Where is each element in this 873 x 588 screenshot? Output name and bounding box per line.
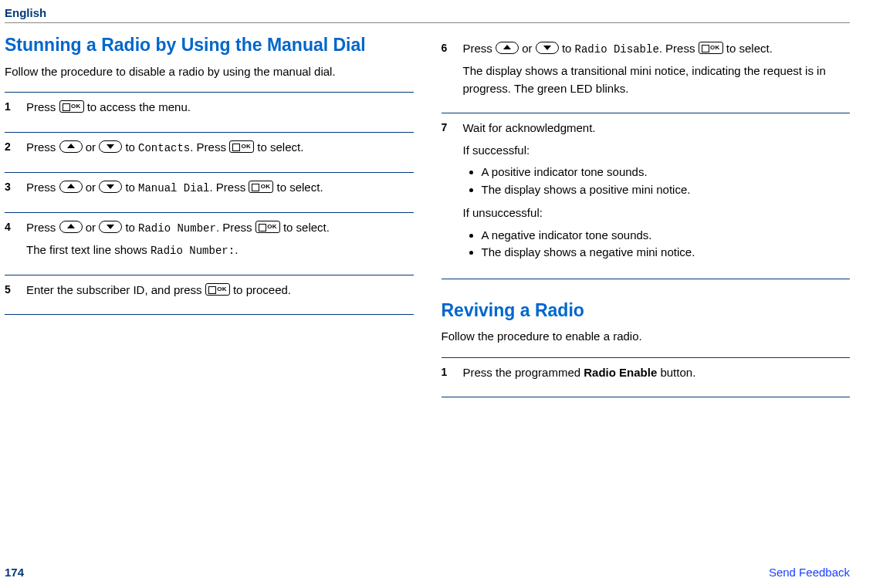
step-number: 1 <box>5 99 26 121</box>
step-number: 4 <box>5 219 26 264</box>
down-arrow-icon <box>99 181 122 193</box>
step-text: to <box>125 140 138 154</box>
menu-label: Radio Number <box>138 222 216 235</box>
outcome-list: A negative indicator tone sounds. The di… <box>463 227 851 262</box>
step-5: 5 Enter the subscriber ID, and press to … <box>5 275 414 316</box>
ok-button-icon <box>249 181 273 193</box>
content-columns: Stunning a Radio by Using the Manual Dia… <box>5 34 850 397</box>
step-text: Wait for acknowledgment. <box>463 120 851 137</box>
list-item: The display shows a negative mini notice… <box>482 244 851 262</box>
list-item: A positive indicator tone sounds. <box>482 164 851 181</box>
intro-reviving: Follow the procedure to enable a radio. <box>442 329 851 344</box>
revive-step-1: 1 Press the programmed Radio Enable butt… <box>442 357 851 398</box>
step-text: or <box>522 42 536 55</box>
up-arrow-icon <box>59 221 83 233</box>
menu-label: Radio Disable <box>575 43 659 56</box>
step-text: to select. <box>257 140 303 154</box>
step-number: 2 <box>5 139 26 161</box>
step-text: Press <box>26 181 59 194</box>
menu-label: Manual Dial <box>138 182 209 194</box>
page-footer: 174 Send Feedback <box>5 566 850 579</box>
step-2: 2 Press or to Contacts. Press to select. <box>5 132 414 172</box>
section-title-stunning: Stunning a Radio by Using the Manual Dia… <box>5 34 414 56</box>
step-number: 3 <box>5 179 26 201</box>
up-arrow-icon <box>59 140 83 153</box>
step-1: 1 Press to access the menu. <box>5 92 414 132</box>
menu-label: Radio Number: <box>151 245 235 257</box>
step-text: to access the menu. <box>87 100 191 113</box>
outcome-list: A positive indicator tone sounds. The di… <box>463 164 851 198</box>
step-text: or <box>86 221 100 234</box>
step-7: 7 Wait for acknowledgment. If successful… <box>442 113 851 279</box>
step-4: 4 Press or to Radio Number. Press to sel… <box>5 212 414 275</box>
step-text: to select. <box>277 181 323 194</box>
step-text: . Press <box>659 42 699 55</box>
down-arrow-icon <box>536 42 559 54</box>
step-number: 5 <box>5 282 26 304</box>
up-arrow-icon <box>496 42 519 54</box>
page-number: 174 <box>5 566 24 579</box>
step-text: to select. <box>726 42 773 55</box>
step-text: Press <box>26 221 59 234</box>
step-text: Enter the subscriber ID, and press <box>26 283 205 296</box>
step-text: . Press <box>216 221 255 234</box>
step-text: . <box>235 243 238 256</box>
down-arrow-icon <box>99 221 122 233</box>
step-text: or <box>86 140 100 154</box>
send-feedback-link[interactable]: Send Feedback <box>769 566 850 579</box>
list-item: A negative indicator tone sounds. <box>482 227 851 245</box>
step-text: The first text line shows <box>26 243 151 256</box>
step-text: to <box>125 221 138 234</box>
step-6: 6 Press or to Radio Disable. Press to se… <box>442 34 851 113</box>
step-text: Press <box>463 42 496 55</box>
ok-button-icon <box>205 283 230 296</box>
ok-button-icon <box>699 42 723 54</box>
list-item: The display shows a positive mini notice… <box>482 181 851 199</box>
step-number: 1 <box>442 364 463 387</box>
intro-stunning: Follow the procedure to disable a radio … <box>5 64 414 79</box>
step-text: . Press <box>209 181 249 194</box>
up-arrow-icon <box>59 181 83 193</box>
menu-label: Contacts <box>138 142 190 154</box>
step-text: Press the programmed <box>463 366 584 379</box>
ok-button-icon <box>59 100 84 113</box>
step-number: 6 <box>442 40 463 102</box>
step-text: Press <box>26 100 59 113</box>
step-text: or <box>86 181 100 194</box>
step-text: If successful: <box>463 142 851 160</box>
step-text: The display shows a transitional mini no… <box>463 63 851 97</box>
language-header: English <box>5 6 850 23</box>
step-text: button. <box>660 366 695 379</box>
step-text: to <box>125 181 138 194</box>
step-3: 3 Press or to Manual Dial. Press to sele… <box>5 172 414 212</box>
step-text: to <box>562 42 575 55</box>
step-text: to select. <box>283 221 330 234</box>
step-number: 7 <box>442 120 463 268</box>
step-text: to proceed. <box>233 283 291 296</box>
down-arrow-icon <box>99 140 122 153</box>
right-column: 6 Press or to Radio Disable. Press to se… <box>442 34 851 397</box>
step-text: Press <box>26 140 59 154</box>
ok-button-icon <box>229 140 254 153</box>
step-text: If unsuccessful: <box>463 204 851 222</box>
ok-button-icon <box>255 221 280 233</box>
button-name: Radio Enable <box>584 366 657 379</box>
step-text: . Press <box>190 140 229 154</box>
left-column: Stunning a Radio by Using the Manual Dia… <box>5 34 414 397</box>
section-title-reviving: Reviving a Radio <box>442 299 851 322</box>
